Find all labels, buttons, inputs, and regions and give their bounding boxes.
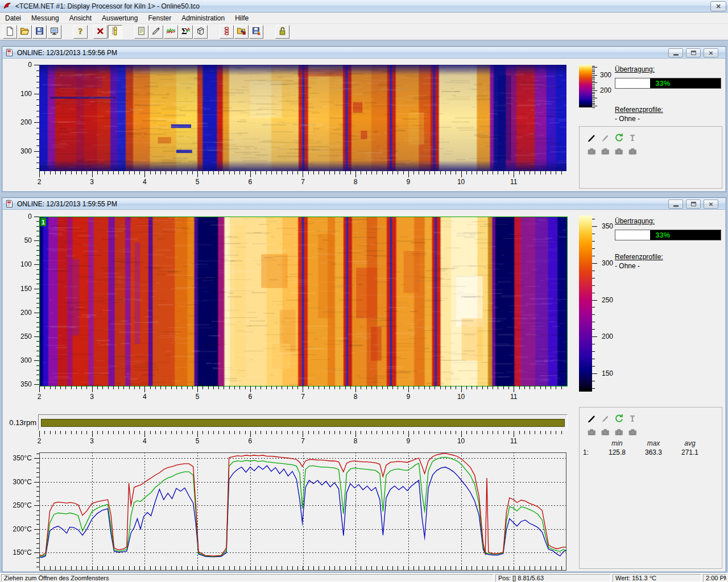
toolbar-button-section-list[interactable]: [220, 25, 234, 39]
window-online-overview[interactable]: ONLINE: 12/31/2013 1:59:56 PM ✕ 01002003…: [2, 46, 726, 192]
x-axis-label: 3: [90, 178, 94, 186]
x-axis-label: 7: [301, 393, 305, 401]
toolbar-button-temperature-scale[interactable]: [108, 25, 122, 39]
maximize-icon[interactable]: [686, 48, 701, 57]
toolbar-button-view-3d[interactable]: [193, 25, 208, 39]
app-title: <TCEM.NET #1: Display Processor for Kiln…: [15, 2, 200, 10]
y-axis-label: 350: [20, 380, 32, 388]
menu-item-datei[interactable]: Datei: [0, 13, 26, 24]
menu-item-administration[interactable]: Administration: [176, 13, 230, 24]
color-scale-label: 200: [602, 332, 613, 340]
status-clock: 2:00 PM: [703, 574, 727, 582]
camera-icon[interactable]: [614, 427, 624, 437]
screen-display-icon: [49, 26, 59, 38]
x-axis-label: 3: [90, 437, 94, 445]
kiln-thermal-image-detail[interactable]: [39, 217, 568, 386]
toolbar-button-open-file[interactable]: [18, 25, 32, 39]
transfer-label: Übertragung:: [615, 65, 655, 73]
maximize-icon[interactable]: [686, 199, 701, 209]
chart-y-axis-ticks: [33, 452, 39, 571]
toolbar-button-annotation-pen[interactable]: [149, 25, 163, 39]
kiln-thermal-image-overview[interactable]: [39, 65, 566, 171]
toolbar-button-delete-measurement[interactable]: [93, 25, 107, 39]
y-axis-label: 300: [20, 356, 32, 364]
toolbar-button-save-file[interactable]: [32, 25, 47, 39]
minimize-icon[interactable]: [668, 199, 683, 209]
x-axis-label: 9: [407, 178, 411, 186]
window2-title: ONLINE: 12/31/2013 1:59:55 PM: [17, 200, 117, 208]
color-scale-label: 250: [602, 296, 613, 304]
help-icon: ?: [76, 26, 85, 38]
camera-icon[interactable]: [600, 427, 610, 437]
color-scale: [579, 65, 592, 107]
refresh-icon[interactable]: [614, 413, 624, 423]
reference-profiles-value: - Ohne -: [615, 262, 640, 270]
color-scale: [579, 215, 592, 392]
x-axis-label: 4: [143, 393, 147, 401]
color-scale-ticks: [592, 215, 600, 392]
window2-titlebar[interactable]: ONLINE: 12/31/2013 1:59:55 PM ✕: [3, 198, 725, 210]
app-titlebar[interactable]: <TCEM.NET #1: Display Processor for Kiln…: [0, 0, 728, 13]
menu-item-hilfe[interactable]: Hilfe: [230, 13, 254, 24]
toolbar-button-report[interactable]: [134, 25, 148, 39]
camera-icon[interactable]: [627, 427, 638, 437]
toolbar-button-screen-display[interactable]: [47, 25, 61, 39]
toolbar-button-profile-curves[interactable]: [164, 25, 178, 39]
y-axis-label: 150: [20, 285, 32, 293]
toolbar-button-help[interactable]: ?: [73, 25, 88, 39]
camera-icon[interactable]: [600, 146, 610, 156]
app-close-button[interactable]: ✕: [710, 1, 726, 11]
window-online-detail[interactable]: ONLINE: 12/31/2013 1:59:55 PM ✕ 1 050100…: [2, 197, 726, 572]
toolbar-button-save-profile[interactable]: [249, 25, 263, 39]
statistics-header: minmaxavg: [580, 439, 722, 447]
x-axis-labels: 234567891011: [39, 437, 566, 445]
paint-brush-icon[interactable]: [586, 413, 597, 423]
y-axis-ticks: [33, 217, 39, 386]
x-axis-label: 2: [38, 437, 42, 445]
pen-icon[interactable]: [600, 413, 610, 423]
y-axis-label: 0: [28, 213, 32, 221]
ruler-pin-icon[interactable]: [627, 413, 638, 423]
svg-text:Σ: Σ: [181, 27, 187, 36]
camera-icon[interactable]: [586, 427, 597, 437]
y-axis-label: 250: [20, 332, 32, 340]
transfer-label: Übertragung:: [615, 217, 655, 225]
pen-icon[interactable]: [600, 132, 610, 143]
menu-item-ansicht[interactable]: Ansicht: [64, 13, 97, 24]
temperature-profile-chart[interactable]: [39, 452, 566, 571]
camera-icon[interactable]: [627, 146, 638, 156]
menu-item-fenster[interactable]: Fenster: [143, 13, 176, 24]
menu-item-auswertung[interactable]: Auswertung: [97, 13, 143, 24]
x-axis-label: 9: [407, 437, 411, 445]
app-icon: [3, 2, 12, 11]
toolbar-separator: [88, 32, 93, 32]
x-axis-label: 5: [196, 437, 200, 445]
toolbar-button-new-document[interactable]: [3, 25, 17, 39]
close-icon[interactable]: ✕: [704, 48, 718, 57]
minimize-icon[interactable]: [668, 48, 683, 57]
camera-icon[interactable]: [614, 146, 624, 156]
ruler-pin-icon[interactable]: [627, 132, 638, 143]
y-axis-label: 0: [28, 61, 32, 69]
color-scale-label: 150: [602, 369, 613, 377]
camera-icon[interactable]: [586, 146, 597, 156]
document-icon: [5, 199, 14, 208]
y-axis-label: 100: [20, 260, 32, 268]
x-axis-label: 9: [407, 393, 411, 401]
toolbar-button-load-profile[interactable]: [234, 25, 249, 39]
refresh-icon[interactable]: [614, 132, 624, 143]
window1-titlebar[interactable]: ONLINE: 12/31/2013 1:59:56 PM ✕: [3, 47, 725, 59]
y-axis-labels: 050100150200250300350: [16, 217, 32, 385]
close-icon[interactable]: ✕: [704, 199, 718, 209]
chart-y-axis-label: 150°C: [13, 548, 32, 556]
y-axis-label: 100: [20, 90, 32, 98]
application-root: { "app": { "title": "<TCEM.NET #1: Displ…: [0, 0, 728, 582]
x-axis-label: 5: [196, 178, 200, 186]
toolbar-button-lock[interactable]: [275, 25, 289, 39]
toolbar: ?Σ: [0, 24, 728, 40]
x-axis-labels: 234567891011: [39, 178, 566, 186]
menu-item-messung[interactable]: Messung: [26, 13, 64, 24]
paint-brush-icon[interactable]: [586, 132, 597, 143]
toolbar-button-statistics-sum[interactable]: Σ: [179, 25, 193, 39]
new-document-icon: [5, 26, 15, 38]
